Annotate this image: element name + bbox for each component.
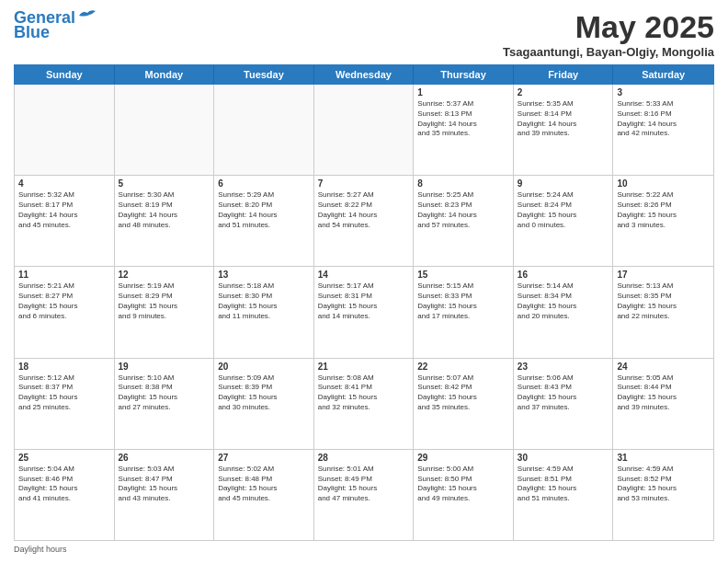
cell-info: Sunrise: 5:08 AM Sunset: 8:41 PM Dayligh…: [318, 373, 410, 413]
cell-info: Sunrise: 5:13 AM Sunset: 8:35 PM Dayligh…: [617, 282, 710, 321]
calendar-cell: 7Sunrise: 5:27 AM Sunset: 8:22 PM Daylig…: [314, 176, 415, 266]
calendar-cell: 22Sunrise: 5:07 AM Sunset: 8:42 PM Dayli…: [414, 359, 514, 449]
logo: General Blue: [14, 9, 97, 40]
cell-info: Sunrise: 5:22 AM Sunset: 8:26 PM Dayligh…: [617, 190, 710, 230]
calendar-cell: [214, 85, 314, 175]
day-number: 20: [218, 362, 310, 372]
day-number: 27: [218, 453, 310, 463]
calendar-cell: [115, 85, 215, 175]
header-thursday: Thursday: [414, 65, 514, 84]
day-number: 22: [417, 362, 509, 372]
day-number: 26: [119, 453, 210, 463]
cell-info: Sunrise: 5:09 AM Sunset: 8:39 PM Dayligh…: [218, 373, 310, 413]
day-number: 24: [617, 362, 710, 372]
cell-info: Sunrise: 5:07 AM Sunset: 8:42 PM Dayligh…: [417, 373, 509, 413]
page: General Blue May 2025 Tsagaantungi, Baya…: [0, 0, 728, 563]
calendar-cell: 29Sunrise: 5:00 AM Sunset: 8:50 PM Dayli…: [414, 450, 514, 540]
cell-info: Sunrise: 5:37 AM Sunset: 8:13 PM Dayligh…: [417, 99, 509, 139]
cell-info: Sunrise: 5:25 AM Sunset: 8:23 PM Dayligh…: [417, 190, 509, 230]
cell-info: Sunrise: 5:17 AM Sunset: 8:31 PM Dayligh…: [318, 282, 410, 321]
logo-blue-text: Blue: [14, 24, 50, 40]
title-block: May 2025 Tsagaantungi, Bayan-Olgiy, Mong…: [503, 9, 714, 59]
cell-info: Sunrise: 5:33 AM Sunset: 8:16 PM Dayligh…: [617, 99, 710, 139]
day-number: 5: [119, 178, 210, 189]
cell-info: Sunrise: 4:59 AM Sunset: 8:51 PM Dayligh…: [518, 465, 609, 504]
cell-info: Sunrise: 5:01 AM Sunset: 8:49 PM Dayligh…: [318, 465, 410, 504]
cell-info: Sunrise: 5:19 AM Sunset: 8:29 PM Dayligh…: [119, 282, 210, 321]
calendar-cell: 15Sunrise: 5:15 AM Sunset: 8:33 PM Dayli…: [414, 267, 514, 357]
header-friday: Friday: [514, 65, 614, 84]
calendar-cell: 1Sunrise: 5:37 AM Sunset: 8:13 PM Daylig…: [414, 85, 514, 175]
calendar-cell: 26Sunrise: 5:03 AM Sunset: 8:47 PM Dayli…: [115, 450, 215, 540]
calendar-row-4: 18Sunrise: 5:12 AM Sunset: 8:37 PM Dayli…: [15, 359, 713, 450]
cell-info: Sunrise: 5:14 AM Sunset: 8:34 PM Dayligh…: [518, 282, 609, 321]
day-number: 2: [518, 87, 609, 98]
calendar-cell: [15, 85, 115, 175]
calendar-cell: 30Sunrise: 4:59 AM Sunset: 8:51 PM Dayli…: [514, 450, 614, 540]
header-tuesday: Tuesday: [214, 65, 314, 84]
calendar-cell: 8Sunrise: 5:25 AM Sunset: 8:23 PM Daylig…: [414, 176, 514, 266]
day-number: 11: [18, 270, 110, 280]
day-number: 14: [318, 270, 410, 280]
day-number: 17: [617, 270, 710, 280]
day-number: 19: [119, 362, 210, 372]
calendar-cell: 21Sunrise: 5:08 AM Sunset: 8:41 PM Dayli…: [314, 359, 415, 449]
day-number: 21: [318, 362, 410, 372]
calendar-row-5: 25Sunrise: 5:04 AM Sunset: 8:46 PM Dayli…: [15, 450, 713, 540]
cell-info: Sunrise: 5:03 AM Sunset: 8:47 PM Dayligh…: [119, 465, 210, 504]
cell-info: Sunrise: 5:04 AM Sunset: 8:46 PM Dayligh…: [18, 465, 110, 504]
calendar-cell: 16Sunrise: 5:14 AM Sunset: 8:34 PM Dayli…: [514, 267, 614, 357]
day-number: 4: [18, 178, 110, 189]
calendar-cell: 5Sunrise: 5:30 AM Sunset: 8:19 PM Daylig…: [115, 176, 215, 266]
day-number: 28: [318, 453, 410, 463]
day-number: 31: [617, 453, 710, 463]
location-subtitle: Tsagaantungi, Bayan-Olgiy, Mongolia: [503, 45, 714, 59]
logo-bird-icon: [77, 8, 97, 23]
calendar-cell: 31Sunrise: 4:59 AM Sunset: 8:52 PM Dayli…: [613, 450, 713, 540]
calendar-header: Sunday Monday Tuesday Wednesday Thursday…: [14, 64, 714, 85]
day-number: 16: [518, 270, 609, 280]
calendar-cell: 18Sunrise: 5:12 AM Sunset: 8:37 PM Dayli…: [15, 359, 115, 449]
cell-info: Sunrise: 5:06 AM Sunset: 8:43 PM Dayligh…: [518, 373, 609, 413]
header-saturday: Saturday: [613, 65, 713, 84]
calendar: Sunday Monday Tuesday Wednesday Thursday…: [14, 64, 714, 541]
calendar-row-2: 4Sunrise: 5:32 AM Sunset: 8:17 PM Daylig…: [15, 176, 713, 267]
calendar-row-1: 1Sunrise: 5:37 AM Sunset: 8:13 PM Daylig…: [15, 85, 713, 176]
day-number: 12: [119, 270, 210, 280]
cell-info: Sunrise: 5:21 AM Sunset: 8:27 PM Dayligh…: [18, 282, 110, 321]
cell-info: Sunrise: 4:59 AM Sunset: 8:52 PM Dayligh…: [617, 465, 710, 504]
calendar-cell: 3Sunrise: 5:33 AM Sunset: 8:16 PM Daylig…: [613, 85, 713, 175]
cell-info: Sunrise: 5:00 AM Sunset: 8:50 PM Dayligh…: [417, 465, 509, 504]
calendar-cell: 20Sunrise: 5:09 AM Sunset: 8:39 PM Dayli…: [214, 359, 314, 449]
cell-info: Sunrise: 5:12 AM Sunset: 8:37 PM Dayligh…: [18, 373, 110, 413]
day-number: 9: [518, 178, 609, 189]
day-number: 29: [417, 453, 509, 463]
calendar-cell: 17Sunrise: 5:13 AM Sunset: 8:35 PM Dayli…: [613, 267, 713, 357]
header-wednesday: Wednesday: [314, 65, 415, 84]
calendar-cell: 12Sunrise: 5:19 AM Sunset: 8:29 PM Dayli…: [115, 267, 215, 357]
header-sunday: Sunday: [15, 65, 115, 84]
calendar-cell: 13Sunrise: 5:18 AM Sunset: 8:30 PM Dayli…: [214, 267, 314, 357]
cell-info: Sunrise: 5:05 AM Sunset: 8:44 PM Dayligh…: [617, 373, 710, 413]
cell-info: Sunrise: 5:27 AM Sunset: 8:22 PM Dayligh…: [318, 190, 410, 230]
day-number: 13: [218, 270, 310, 280]
cell-info: Sunrise: 5:24 AM Sunset: 8:24 PM Dayligh…: [518, 190, 609, 230]
header: General Blue May 2025 Tsagaantungi, Baya…: [14, 9, 714, 59]
calendar-cell: 9Sunrise: 5:24 AM Sunset: 8:24 PM Daylig…: [514, 176, 614, 266]
day-number: 10: [617, 178, 710, 189]
cell-info: Sunrise: 5:30 AM Sunset: 8:19 PM Dayligh…: [119, 190, 210, 230]
calendar-cell: 25Sunrise: 5:04 AM Sunset: 8:46 PM Dayli…: [15, 450, 115, 540]
day-number: 3: [617, 87, 710, 98]
cell-info: Sunrise: 5:18 AM Sunset: 8:30 PM Dayligh…: [218, 282, 310, 321]
cell-info: Sunrise: 5:02 AM Sunset: 8:48 PM Dayligh…: [218, 465, 310, 504]
calendar-cell: 4Sunrise: 5:32 AM Sunset: 8:17 PM Daylig…: [15, 176, 115, 266]
cell-info: Sunrise: 5:35 AM Sunset: 8:14 PM Dayligh…: [518, 99, 609, 139]
calendar-cell: 28Sunrise: 5:01 AM Sunset: 8:49 PM Dayli…: [314, 450, 415, 540]
cell-info: Sunrise: 5:10 AM Sunset: 8:38 PM Dayligh…: [119, 373, 210, 413]
day-number: 15: [417, 270, 509, 280]
cell-info: Sunrise: 5:15 AM Sunset: 8:33 PM Dayligh…: [417, 282, 509, 321]
calendar-cell: [314, 85, 415, 175]
header-monday: Monday: [115, 65, 215, 84]
day-number: 23: [518, 362, 609, 372]
cell-info: Sunrise: 5:32 AM Sunset: 8:17 PM Dayligh…: [18, 190, 110, 230]
